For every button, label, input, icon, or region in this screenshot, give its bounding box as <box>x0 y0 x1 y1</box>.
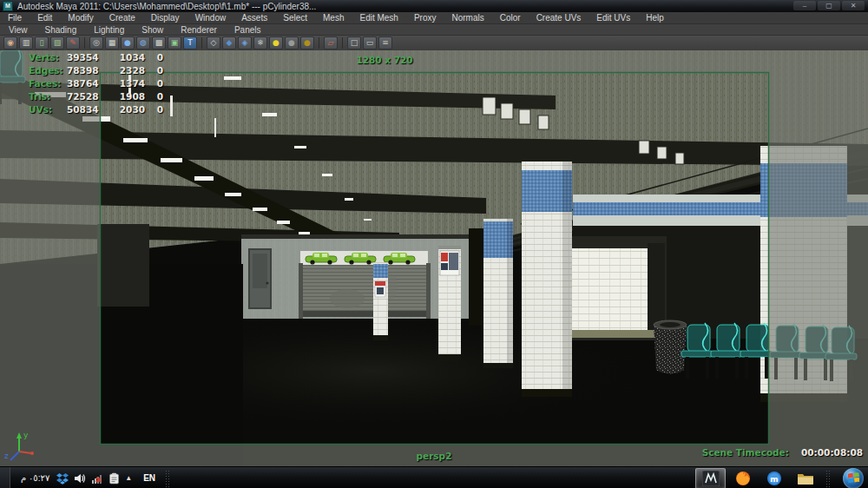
select-camera-icon[interactable]: ◉ <box>3 36 17 49</box>
menu-select[interactable]: Select <box>275 13 315 23</box>
multi-pane-icon[interactable]: ≡ <box>378 36 392 49</box>
no-lights-icon[interactable]: ● <box>285 36 299 49</box>
xray-icon[interactable]: ▩ <box>152 36 166 49</box>
menu-edit[interactable]: Edit <box>30 13 60 23</box>
taskbar: ٠٥:٢٧ م ▲ EN m <box>0 466 868 488</box>
title-bar[interactable]: M Autodesk Maya 2011: C:\Users\Mohammed\… <box>0 0 868 12</box>
panel-menu-show[interactable]: Show <box>133 25 172 35</box>
maya-taskbar-button[interactable] <box>695 468 726 488</box>
minimize-button[interactable]: – <box>793 1 816 10</box>
maxthon-taskbar-button[interactable]: m <box>760 469 788 488</box>
show-desktop-button[interactable] <box>0 467 10 488</box>
maximize-button[interactable]: ▢ <box>818 1 840 10</box>
menu-display[interactable]: Display <box>143 13 187 23</box>
maya-app-icon: M <box>3 1 13 11</box>
firefox-taskbar-button[interactable] <box>728 469 757 488</box>
caption-buttons: – ▢ ✕ <box>793 1 865 10</box>
window-title: Autodesk Maya 2011: C:\Users\Mohammed\De… <box>17 2 316 11</box>
default-material-icon[interactable]: ▣ <box>168 36 181 49</box>
clock[interactable]: ٠٥:٢٧ م <box>21 473 49 483</box>
menu-normals[interactable]: Normals <box>444 13 492 23</box>
screen: M Autodesk Maya 2011: C:\Users\Mohammed\… <box>0 0 868 488</box>
shaded-cube-icon[interactable]: ◆ <box>222 36 236 49</box>
menu-edit-uvs[interactable]: Edit UVs <box>589 13 638 23</box>
panel-menu-lighting[interactable]: Lighting <box>85 25 133 35</box>
taskbar-grip <box>825 470 832 487</box>
panel-menu-panels[interactable]: Panels <box>226 25 270 35</box>
svg-text:y: y <box>23 431 29 439</box>
dropbox-icon[interactable] <box>56 472 69 485</box>
toolbar-separator <box>201 37 202 49</box>
panel-menu-bar: ViewShadingLightingShowRendererPanels <box>0 24 868 36</box>
menu-proxy[interactable]: Proxy <box>406 13 444 23</box>
menu-file[interactable]: File <box>0 13 30 23</box>
menu-assets[interactable]: Assets <box>233 13 275 23</box>
menu-mesh[interactable]: Mesh <box>315 13 352 23</box>
safe-action-icon[interactable]: ▭ <box>363 36 377 49</box>
language-indicator[interactable]: EN <box>137 472 161 485</box>
explorer-taskbar-button[interactable] <box>791 469 819 488</box>
menu-help[interactable]: Help <box>638 13 672 23</box>
svg-text:z: z <box>4 452 9 460</box>
panel-menu-renderer[interactable]: Renderer <box>172 25 226 35</box>
close-button[interactable]: ✕ <box>842 1 865 10</box>
show-hidden-icons-chevron[interactable]: ▲ <box>125 474 132 482</box>
camera-attributes-icon[interactable]: ▥ <box>19 36 33 49</box>
bookmarks-icon[interactable]: ▯ <box>35 36 49 49</box>
grease-pencil-icon[interactable]: ✎ <box>66 36 80 49</box>
panel-menu-view[interactable]: View <box>0 25 36 35</box>
door <box>248 248 272 309</box>
menu-create-uvs[interactable]: Create UVs <box>529 13 589 23</box>
network-error-icon[interactable] <box>91 472 103 485</box>
wire-cube-icon[interactable]: ◇ <box>207 36 220 49</box>
poster <box>440 251 459 275</box>
viewport-canvas[interactable]: y z <box>0 50 868 466</box>
perspective-viewport[interactable]: y z Verts:3935410340Edges:7839823280Face… <box>0 50 868 466</box>
toolbar-separator <box>342 37 343 49</box>
menu-create[interactable]: Create <box>102 13 143 23</box>
wireframe-icon[interactable]: ◎ <box>89 36 103 49</box>
shade-textured-icon[interactable]: ◍ <box>136 36 150 49</box>
toolbar-separator <box>319 37 319 49</box>
start-button[interactable] <box>843 468 864 488</box>
smooth-shade-icon[interactable]: ● <box>121 36 135 49</box>
menu-window[interactable]: Window <box>187 13 234 23</box>
shutter-gate <box>299 263 431 319</box>
volume-icon[interactable] <box>74 472 86 485</box>
action-center-icon[interactable] <box>108 472 120 485</box>
film-gate-icon[interactable]: ▦ <box>105 36 119 49</box>
selected-lights-icon[interactable]: ● <box>300 36 314 49</box>
panel-toolbar: ◉▥▯▧✎◎▦●◍▩▣T◇◆◈❄●●●▱□▭≡ <box>0 36 868 50</box>
trash-can <box>654 320 687 374</box>
field-chart-icon[interactable]: □ <box>347 36 361 49</box>
menu-modify[interactable]: Modify <box>60 13 101 23</box>
taskbar-grip <box>165 470 171 487</box>
svg-text:m: m <box>770 474 778 483</box>
taskbar-apps: m <box>695 468 868 488</box>
toolbar-separator <box>84 37 85 49</box>
textured-cube-icon[interactable]: ◈ <box>238 36 252 49</box>
image-plane-icon[interactable]: ▧ <box>50 36 64 49</box>
isolate-select-icon[interactable]: ▱ <box>324 36 338 49</box>
menu-edit-mesh[interactable]: Edit Mesh <box>352 13 405 23</box>
panel-menu-shading[interactable]: Shading <box>36 25 86 35</box>
all-lights-icon[interactable]: ● <box>269 36 283 49</box>
textured-icon[interactable]: T <box>183 36 197 49</box>
occlusion-icon[interactable]: ❄ <box>253 36 267 49</box>
menu-color[interactable]: Color <box>492 13 529 23</box>
main-menu-bar: FileEditModifyCreateDisplayWindowAssetsS… <box>0 12 868 24</box>
